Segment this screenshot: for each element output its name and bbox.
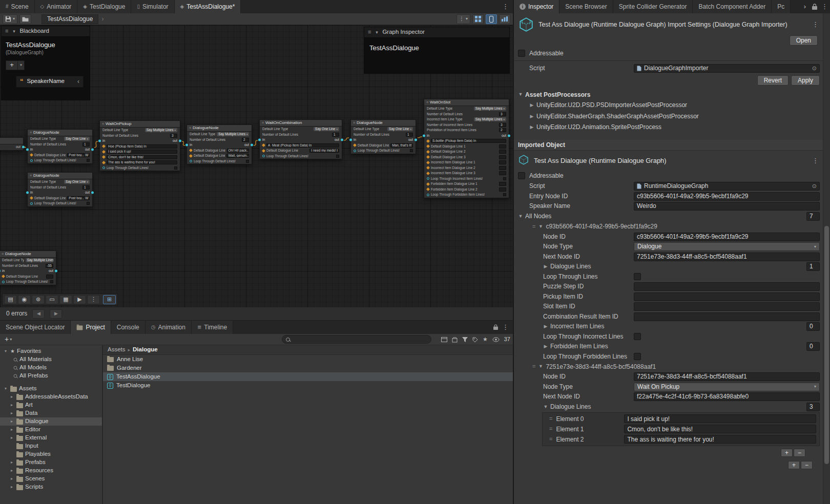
dialogue-line-field[interactable]: Cmon, don't be like this! bbox=[107, 155, 177, 159]
graph-inspector-toggle-button[interactable]: ◉ bbox=[18, 295, 31, 304]
property-checkbox[interactable] bbox=[634, 353, 641, 360]
postprocessor-item[interactable]: ▶UnityEditor.U2D.PSD.PSDImporterAssetPos… bbox=[514, 100, 823, 111]
line-port-icon[interactable] bbox=[30, 153, 33, 157]
output-port-icon[interactable] bbox=[91, 149, 94, 151]
blackboard-property-speakername[interactable]: “ SpeakerName ‹ bbox=[16, 76, 84, 88]
node-value-field[interactable]: 3 bbox=[499, 112, 506, 116]
breadcrumb-dialogue[interactable]: Dialogue bbox=[133, 346, 158, 353]
array-size-field[interactable]: 0 bbox=[806, 322, 820, 331]
panel-tab-batch-component-adder[interactable]: Batch Component Adder bbox=[693, 0, 772, 13]
project-search-input[interactable] bbox=[282, 335, 431, 344]
all-nodes-foldout[interactable]: ▼ All Nodes 7 bbox=[514, 211, 823, 221]
speaker-name-field[interactable]: Weirdo bbox=[634, 202, 820, 211]
dialogue-line-field[interactable] bbox=[499, 144, 506, 149]
node-checkbox[interactable] bbox=[174, 166, 177, 170]
dialogue-line-field[interactable] bbox=[499, 166, 506, 170]
foldout-arrow-icon[interactable]: ▶ bbox=[543, 264, 548, 269]
tree-folder-resources[interactable]: ▸Resources bbox=[0, 467, 102, 475]
input-port-icon[interactable] bbox=[349, 139, 352, 141]
array-size-field[interactable]: 7 bbox=[806, 212, 820, 221]
node-header[interactable]: ≡WaitOnPickup bbox=[100, 121, 180, 128]
node-header[interactable]: ≡DialogueNode bbox=[351, 120, 416, 127]
device-preview-button[interactable] bbox=[486, 14, 497, 24]
output-port-icon[interactable] bbox=[91, 192, 94, 194]
object-picker-icon[interactable]: ⊙ bbox=[812, 183, 817, 190]
save-button[interactable]: ▾ bbox=[3, 14, 17, 24]
node-header[interactable]: ≡rtNode bbox=[0, 138, 23, 144]
property-checkbox[interactable] bbox=[634, 333, 641, 340]
favorite-all-materials[interactable]: All Materials bbox=[0, 355, 102, 364]
line-port-icon[interactable] bbox=[426, 155, 430, 159]
node-header[interactable]: ≡DialogueNode bbox=[28, 130, 92, 136]
node-checkbox[interactable] bbox=[246, 160, 249, 163]
more-tabs-chevron-icon[interactable]: › bbox=[800, 3, 810, 11]
foldout-arrow-icon[interactable]: ▸ bbox=[9, 411, 14, 416]
graph-node-dialoguenode[interactable]: ≡DialogueNodeDefault Line TypeSay Multip… bbox=[186, 124, 252, 164]
minimap-toggle-button[interactable]: ▦ bbox=[59, 295, 72, 304]
inspector-kebab-icon[interactable]: ⋮ bbox=[812, 16, 821, 29]
node-value-field[interactable]: 1 bbox=[82, 185, 90, 190]
play-button[interactable]: ▶ bbox=[73, 295, 86, 304]
favorites-root[interactable]: ▾★Favorites bbox=[0, 347, 102, 355]
blackboard-header[interactable]: ≡ ▾ Blackboard bbox=[2, 26, 90, 37]
node-value-field[interactable]: 2 bbox=[499, 128, 506, 132]
item-port-icon[interactable] bbox=[262, 143, 265, 147]
node-header[interactable]: ≡WaitOnSlot bbox=[424, 99, 509, 106]
postprocessor-item[interactable]: ▶UnityEditor.U2D.Animation.SpritePostPro… bbox=[514, 122, 823, 133]
tree-folder-scenes[interactable]: ▸Scenes bbox=[0, 475, 102, 483]
input-port-icon[interactable] bbox=[98, 140, 101, 142]
output-port-icon[interactable] bbox=[414, 139, 417, 141]
node-value-field[interactable]: 1 bbox=[82, 142, 90, 146]
dialogue-line-field[interactable]: Man, that's it! bbox=[390, 143, 413, 148]
favorite-all-models[interactable]: All Models bbox=[0, 364, 102, 372]
dialogue-line-field[interactable]: Oh! Hi! pack... bbox=[227, 149, 249, 153]
dialogue-line-field[interactable] bbox=[499, 171, 506, 175]
visibility-eye-icon[interactable] bbox=[492, 337, 500, 342]
panel-tab-scene-browser[interactable]: Scene Browser bbox=[559, 0, 613, 13]
foldout-arrow-icon[interactable]: ▸ bbox=[9, 419, 14, 424]
bottom-tab-animation[interactable]: ◷Animation bbox=[146, 321, 192, 334]
output-port-icon[interactable] bbox=[22, 146, 25, 149]
assets-root[interactable]: ▾Assets bbox=[0, 385, 102, 393]
open-asset-button[interactable] bbox=[19, 14, 31, 24]
object-kebab-icon[interactable]: ⋮ bbox=[812, 157, 821, 165]
script-object-field[interactable]: RuntimeDialogueGraph ⊙ bbox=[634, 182, 820, 191]
graph-options-button[interactable]: ⋮▾ bbox=[457, 14, 470, 24]
node-header[interactable]: ≡WaitOnCombination bbox=[260, 120, 342, 127]
filter-by-label-icon[interactable] bbox=[472, 337, 478, 343]
dialogue-line-field[interactable] bbox=[499, 150, 506, 154]
node-checkbox[interactable] bbox=[336, 155, 339, 158]
stats-button[interactable] bbox=[499, 14, 510, 24]
tree-folder-input[interactable]: Input bbox=[0, 442, 102, 450]
favorite-all-prefabs[interactable]: All Prefabs bbox=[0, 372, 102, 380]
tree-folder-data[interactable]: ▸Data bbox=[0, 409, 102, 417]
foldout-arrow-icon[interactable]: ▼ bbox=[543, 404, 548, 410]
node-section-header[interactable]: =▼7251e73e-38d3-44ff-a8c5-bcf54088aaf1 bbox=[514, 362, 823, 372]
node-dropdown[interactable]: Say One Line▾ bbox=[314, 127, 339, 131]
node-section-header[interactable]: =▼c93b5606-401f-49a2-99b5-9ecbf1fa9c29 bbox=[514, 221, 823, 232]
foldout-arrow-icon[interactable]: ▾ bbox=[3, 349, 8, 354]
graph-node-dialoguenode[interactable]: ≡DialogueNodeDefault Line TypeSay One Li… bbox=[27, 172, 93, 207]
favorite-search-icon[interactable]: ★ bbox=[483, 336, 488, 343]
item-object-field[interactable]: S-bottle (Pickup Item Data) In bbox=[431, 139, 506, 143]
tree-folder-addressableassetsdata[interactable]: ▸AddressableAssetsData bbox=[0, 393, 102, 401]
graph-node-dialoguenode[interactable]: ≡DialogueNodeDefault Line TypeSay Multip… bbox=[0, 250, 56, 285]
node-value-field[interactable]: 3 bbox=[170, 134, 177, 138]
node-value-field[interactable]: 1 bbox=[406, 133, 413, 137]
drag-handle-icon[interactable]: = bbox=[549, 415, 552, 422]
line-port-icon[interactable] bbox=[426, 161, 430, 164]
drag-handle-icon[interactable]: = bbox=[549, 426, 552, 432]
line-port-icon[interactable] bbox=[102, 155, 106, 159]
node-checkbox[interactable] bbox=[87, 202, 90, 205]
asset-testassdialogue[interactable]: {}TestAssDialogue bbox=[103, 372, 513, 381]
line-port-icon[interactable] bbox=[2, 275, 5, 278]
bottom-tab-timeline[interactable]: ≣Timeline bbox=[192, 321, 233, 334]
panel-tab-sprite-collider-generator[interactable]: Sprite Collider Generator bbox=[613, 0, 693, 13]
dialogue-line-field[interactable] bbox=[499, 155, 506, 159]
tree-folder-art[interactable]: ▸Art bbox=[0, 401, 102, 409]
tree-folder-editor[interactable]: ▸Editor bbox=[0, 426, 102, 434]
dialogue-line-field[interactable]: Wait, genuin... bbox=[226, 154, 249, 158]
graph-node-rtnode[interactable]: ≡rtNodeout bbox=[0, 137, 24, 151]
input-port-icon[interactable] bbox=[423, 134, 425, 137]
line-port-icon[interactable] bbox=[30, 196, 33, 200]
